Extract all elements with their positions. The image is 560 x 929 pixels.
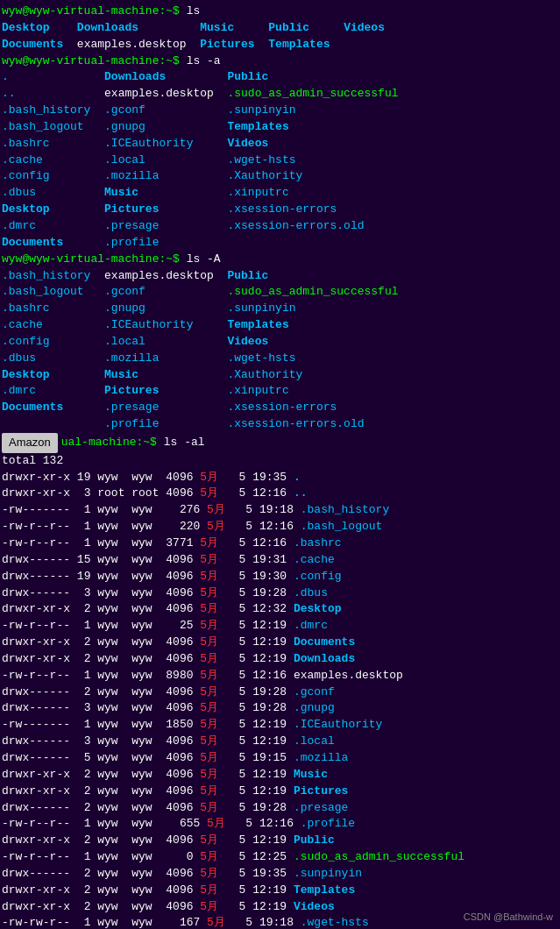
ls-al-pictures: drwxr-xr-x 2 wyw wyw 4096 5月 5 12:19 Pic…: [2, 784, 558, 800]
ls-al-cache: drwx------ 15 wyw wyw 4096 5月 5 19:31 .c…: [2, 552, 558, 569]
ls-al-sunpinyin: drwx------ 2 wyw wyw 4096 5月 5 19:35 .su…: [2, 866, 558, 883]
ls-a-r6: .cache .local .wget-hsts: [2, 152, 558, 169]
ls-A-r1: .bash_history examples.desktop Public: [2, 268, 558, 285]
ls-a-r7: .config .mozilla .Xauthority: [2, 168, 558, 185]
ls-a-r10: .dmrc .presage .xsession-errors.old: [2, 218, 558, 235]
ls-A-r4: .cache .ICEauthority Templates: [2, 317, 558, 334]
ls-al-profile: -rw-r--r-- 1 wyw wyw 655 5月 5 12:16 .pro…: [2, 816, 558, 833]
cmd-1: ls: [187, 4, 201, 18]
ls-A-r10: .profile .xsession-errors.old: [2, 416, 558, 433]
ls-al-dmrc: -rw-r--r-- 1 wyw wyw 25 5月 5 12:19 .dmrc: [2, 618, 558, 635]
ls-al-row-dot: drwxr-xr-x 19 wyw wyw 4096 5月 5 19:35 .: [2, 470, 558, 486]
ls-a-r4: .bash_logout .gnupg Templates: [2, 119, 558, 136]
ls-al-documents: drwxr-xr-x 2 wyw wyw 4096 5月 5 12:19 Doc…: [2, 635, 558, 651]
prompt-ls-a: wyw@wyw-virtual-machine:~$ ls -a: [2, 53, 558, 70]
ls-A-r5: .config .local Videos: [2, 334, 558, 351]
ls-al-bash-logout: -rw-r--r-- 1 wyw wyw 220 5月 5 12:16 .bas…: [2, 519, 558, 535]
ls-output-row2: Documents examples.desktop Pictures Temp…: [2, 37, 558, 53]
ls-A-r3: .bashrc .gnupg .sunpinyin: [2, 301, 558, 317]
ls-al-templates: drwxr-xr-x 2 wyw wyw 4096 5月 5 12:19 Tem…: [2, 883, 558, 899]
watermark: CSDN @Bathwind-w: [464, 911, 553, 922]
ls-A-r9: Documents .presage .xsession-errors: [2, 400, 558, 416]
tooltip-line: Amazon ual-machine:~$ ls -al: [2, 433, 558, 453]
terminal: wyw@wyw-virtual-machine:~$ ls Desktop Do…: [0, 0, 560, 929]
ls-al-music: drwxr-xr-x 2 wyw wyw 4096 5月 5 12:19 Mus…: [2, 767, 558, 784]
ls-a-r3: .bash_history .gconf .sunpinyin: [2, 103, 558, 119]
ls-al-gconf: drwx------ 2 wyw wyw 4096 5月 5 19:28 .gc…: [2, 684, 558, 701]
ls-al-bashrc: -rw-r--r-- 1 wyw wyw 3771 5月 5 12:16 .ba…: [2, 535, 558, 552]
ls-al-bash-history: -rw------- 1 wyw wyw 276 5月 5 19:18 .bas…: [2, 502, 558, 519]
ls-al-public: drwxr-xr-x 2 wyw wyw 4096 5月 5 12:19 Pub…: [2, 833, 558, 849]
ls-al-total: total 132: [2, 453, 558, 470]
ls-A-r7: Desktop Music .Xauthority: [2, 367, 558, 384]
ls-al-local: drwx------ 3 wyw wyw 4096 5月 5 12:19 .lo…: [2, 734, 558, 750]
prompt-ls-A: wyw@wyw-virtual-machine:~$ ls -A: [2, 252, 558, 268]
ls-al-sudo: -rw-r--r-- 1 wyw wyw 0 5月 5 12:25 .sudo_…: [2, 849, 558, 866]
ls-A-r6: .dbus .mozilla .wget-hsts: [2, 351, 558, 367]
ls-al-mozilla: drwx------ 5 wyw wyw 4096 5月 5 19:15 .mo…: [2, 750, 558, 767]
ls-a-r5: .bashrc .ICEauthority Videos: [2, 136, 558, 152]
ls-a-r2: .. examples.desktop .sudo_as_admin_succe…: [2, 86, 558, 103]
ls-a-r11: Documents .profile: [2, 235, 558, 252]
ls-A-r8: .dmrc Pictures .xinputrc: [2, 383, 558, 400]
ls-al-desktop: drwxr-xr-x 2 wyw wyw 4096 5月 5 12:32 Des…: [2, 601, 558, 618]
ls-al-presage: drwx------ 2 wyw wyw 4096 5月 5 19:28 .pr…: [2, 800, 558, 817]
ls-A-r2: .bash_logout .gconf .sudo_as_admin_succe…: [2, 284, 558, 301]
ls-al-config: drwx------ 19 wyw wyw 4096 5月 5 19:30 .c…: [2, 569, 558, 585]
prompt-1: wyw@wyw-virtual-machine:~$: [2, 4, 187, 18]
ls-al-dbus: drwx------ 3 wyw wyw 4096 5月 5 19:28 .db…: [2, 585, 558, 602]
ls-a-r1: . Downloads Public: [2, 69, 558, 86]
ls-a-r8: .dbus Music .xinputrc: [2, 185, 558, 202]
ls-al-gnupg: drwx------ 3 wyw wyw 4096 5月 5 19:28 .gn…: [2, 700, 558, 717]
ls-output-row1: Desktop Downloads Music Public Videos: [2, 20, 558, 37]
ls-al-ICEauthority: -rw------- 1 wyw wyw 1850 5月 5 12:19 .IC…: [2, 717, 558, 734]
prompt-ls: wyw@wyw-virtual-machine:~$ ls: [2, 4, 558, 20]
amazon-tooltip: Amazon: [2, 433, 58, 453]
ls-al-examples: -rw-r--r-- 1 wyw wyw 8980 5月 5 12:16 exa…: [2, 668, 558, 684]
ls-al-row-dotdot: drwxr-xr-x 3 root root 4096 5月 5 12:16 .…: [2, 486, 558, 502]
ls-a-r9: Desktop Pictures .xsession-errors: [2, 202, 558, 218]
ls-al-downloads: drwxr-xr-x 2 wyw wyw 4096 5月 5 12:19 Dow…: [2, 651, 558, 668]
